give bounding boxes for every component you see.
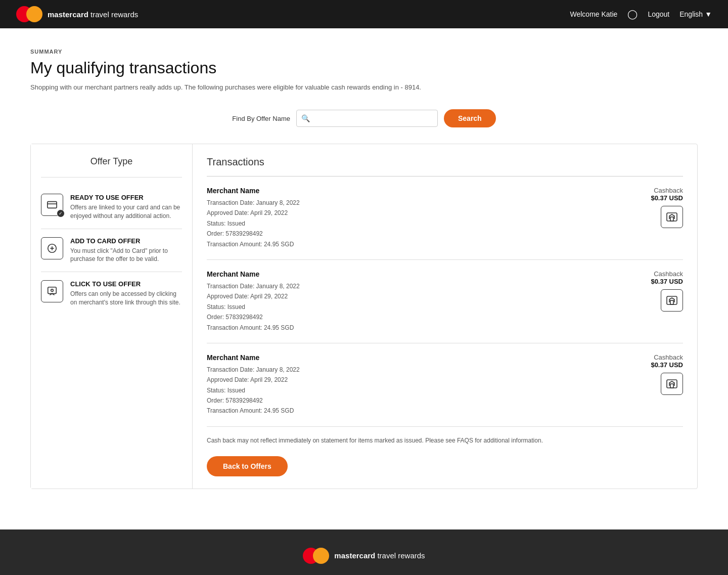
tx-amount-2: Transaction Amount: 24.95 SGD <box>207 324 294 331</box>
transaction-row-3: Merchant Name Transaction Date: January … <box>207 343 683 427</box>
add-offer-desc: You must click "Add to Card" prior to pu… <box>70 247 182 264</box>
header-logo-area: mastercard travel rewards <box>16 6 138 22</box>
cashback-label-3: Cashback <box>651 353 683 361</box>
welcome-text: Welcome Katie <box>570 10 617 18</box>
page-title: My qualifying transactions <box>30 59 698 77</box>
header: mastercard travel rewards Welcome Katie … <box>0 0 728 28</box>
ready-offer-icon: ✓ <box>41 194 63 216</box>
cashback-amount-1: $0.37 USD <box>651 194 683 202</box>
transaction-detail-2: Transaction Date: January 8, 2022 Approv… <box>207 281 300 333</box>
transaction-icon-1 <box>661 206 683 228</box>
tx-order-3: Order: 57839298492 <box>207 397 263 404</box>
tx-order-1: Order: 57839298492 <box>207 230 263 237</box>
ready-offer-desc: Offers are linked to your card and can b… <box>70 203 182 220</box>
mc-orange-circle <box>26 6 42 22</box>
search-button[interactable]: Search <box>444 109 496 127</box>
summary-label: SUMMARY <box>30 49 698 55</box>
tx-date-1: Transaction Date: January 8, 2022 <box>207 199 300 206</box>
search-input-wrap: 🔍 <box>296 110 438 127</box>
mastercard-logo <box>16 6 42 22</box>
cashback-label-1: Cashback <box>651 187 683 194</box>
footer-brand: mastercard travel rewards <box>334 551 425 560</box>
transactions-title: Transactions <box>207 156 683 168</box>
transaction-right-3: Cashback $0.37 USD <box>651 353 683 395</box>
logout-link[interactable]: Logout <box>648 10 669 18</box>
click-offer-title: CLICK TO USE OFFER <box>70 280 182 288</box>
tx-order-2: Order: 57839298492 <box>207 314 263 321</box>
chevron-down-icon: ▼ <box>705 10 712 18</box>
transaction-row-2: Merchant Name Transaction Date: January … <box>207 260 683 343</box>
merchant-name-2: Merchant Name <box>207 270 300 278</box>
main-content: SUMMARY My qualifying transactions Shopp… <box>0 28 728 509</box>
transaction-right-2: Cashback $0.37 USD <box>651 270 683 312</box>
tx-amount-1: Transaction Amount: 24.95 SGD <box>207 241 294 248</box>
svg-rect-5 <box>48 287 57 294</box>
tx-status-3: Status: Issued <box>207 387 245 394</box>
cashback-label-2: Cashback <box>651 270 683 278</box>
brand-bold: mastercard <box>48 10 88 19</box>
footer-mc-logo <box>303 548 329 564</box>
cashback-amount-3: $0.37 USD <box>651 361 683 369</box>
divider-2 <box>41 272 182 272</box>
language-selector[interactable]: English ▼ <box>679 10 712 18</box>
tx-date-2: Transaction Date: January 8, 2022 <box>207 283 300 290</box>
check-badge: ✓ <box>57 209 65 217</box>
add-offer-icon <box>41 237 63 259</box>
transaction-info-2: Merchant Name Transaction Date: January … <box>207 270 300 333</box>
offer-item-click: CLICK TO USE OFFER Offers can only be ac… <box>41 274 182 313</box>
tx-date-3: Transaction Date: January 8, 2022 <box>207 366 300 373</box>
svg-point-6 <box>51 289 54 292</box>
click-offer-text: CLICK TO USE OFFER Offers can only be ac… <box>70 280 182 307</box>
transaction-right-1: Cashback $0.37 USD <box>651 187 683 228</box>
add-offer-text: ADD TO CARD OFFER You must click "Add to… <box>70 237 182 264</box>
footer-logo-row: mastercard travel rewards <box>30 548 698 564</box>
cashback-note: Cash back may not reflect immediately on… <box>207 437 683 444</box>
mc-logo-circles <box>16 6 42 22</box>
transaction-detail-3: Transaction Date: January 8, 2022 Approv… <box>207 365 300 416</box>
transaction-icon-2 <box>661 289 683 312</box>
offer-type-divider <box>41 177 182 178</box>
tx-approved-2: Approved Date: April 29, 2022 <box>207 293 288 300</box>
back-to-offers-button[interactable]: Back to Offers <box>207 456 288 476</box>
tx-approved-1: Approved Date: April 29, 2022 <box>207 209 288 216</box>
footer-brand-bold: mastercard <box>334 551 375 560</box>
footer: mastercard travel rewards This site is f… <box>0 529 728 575</box>
svg-rect-12 <box>670 384 673 388</box>
header-right: Welcome Katie ◯ Logout English ▼ <box>570 9 712 20</box>
tx-status-2: Status: Issued <box>207 303 245 311</box>
click-offer-desc: Offers can only be accessed by clicking … <box>70 290 182 307</box>
svg-rect-0 <box>48 202 57 208</box>
search-label: Find By Offer Name <box>232 115 290 122</box>
svg-rect-10 <box>670 300 673 304</box>
ready-offer-text: READY TO USE OFFER Offers are linked to … <box>70 194 182 220</box>
page-subtitle: Shopping with our merchant partners real… <box>30 83 698 91</box>
transaction-info-1: Merchant Name Transaction Date: January … <box>207 187 300 249</box>
search-input[interactable] <box>296 110 438 127</box>
transaction-detail-1: Transaction Date: January 8, 2022 Approv… <box>207 198 300 249</box>
tx-approved-3: Approved Date: April 29, 2022 <box>207 376 288 383</box>
brand-light: travel rewards <box>88 10 138 19</box>
merchant-name-3: Merchant Name <box>207 353 300 362</box>
user-icon[interactable]: ◯ <box>627 9 638 20</box>
cashback-amount-2: $0.37 USD <box>651 278 683 285</box>
ready-offer-title: READY TO USE OFFER <box>70 194 182 201</box>
divider-1 <box>41 229 182 229</box>
search-icon: 🔍 <box>301 114 310 122</box>
offer-type-title: Offer Type <box>41 156 182 167</box>
transaction-row-1: Merchant Name Transaction Date: January … <box>207 176 683 260</box>
search-row: Find By Offer Name 🔍 Search <box>30 109 698 127</box>
language-label: English <box>679 10 703 18</box>
footer-mc-circles <box>303 548 329 564</box>
offer-item-add: ADD TO CARD OFFER You must click "Add to… <box>41 231 182 270</box>
tx-amount-3: Transaction Amount: 24.95 SGD <box>207 407 294 414</box>
transaction-info-3: Merchant Name Transaction Date: January … <box>207 353 300 416</box>
offer-type-panel: Offer Type ✓ READY TO USE OFFER Offers a… <box>31 144 193 489</box>
offer-item-ready: ✓ READY TO USE OFFER Offers are linked t… <box>41 188 182 227</box>
transaction-icon-3 <box>661 373 683 395</box>
tx-status-1: Status: Issued <box>207 220 245 227</box>
brand-name: mastercard travel rewards <box>48 10 138 19</box>
footer-brand-light: travel rewards <box>375 551 425 560</box>
content-grid: Offer Type ✓ READY TO USE OFFER Offers a… <box>30 144 698 489</box>
merchant-name-1: Merchant Name <box>207 187 300 195</box>
add-offer-title: ADD TO CARD OFFER <box>70 237 182 245</box>
